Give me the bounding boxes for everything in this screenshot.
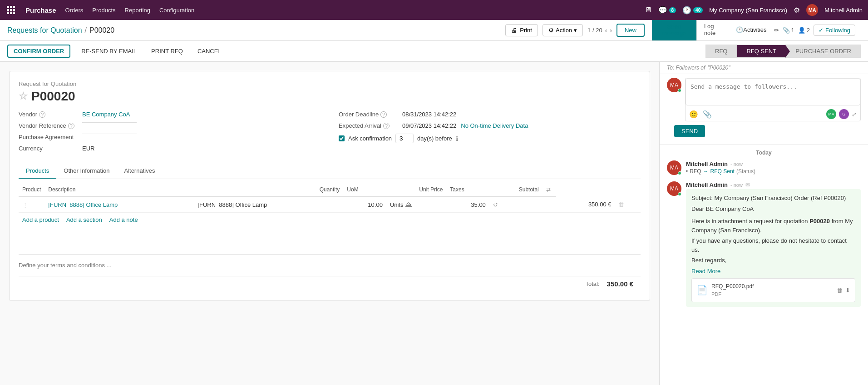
current-user-avatar: MA (667, 78, 681, 92)
on-time-delivery[interactable]: No On-time Delivery Data (461, 122, 528, 129)
product-name[interactable]: [FURN_8888] Office Lamp (44, 197, 194, 213)
print-button[interactable]: 🖨 Print (505, 24, 538, 36)
log-note-tab[interactable]: Log note (697, 20, 729, 40)
ask-confirmation-row: Ask confirmation day(s) before ℹ (339, 134, 641, 143)
download-attachment-icon[interactable]: ⬇ (845, 286, 850, 295)
nav-reporting[interactable]: Reporting (125, 7, 150, 14)
print-rfq-button[interactable]: PRINT RFQ (148, 45, 187, 57)
add-note-link[interactable]: Add a note (109, 216, 138, 223)
currency-label: Currency (19, 145, 82, 152)
expand-icon[interactable]: ⤢ (852, 111, 857, 118)
action-button[interactable]: ⚙ Action ▾ (542, 24, 583, 36)
vendor-ref-value[interactable] (82, 122, 137, 123)
msg2-subject: Subject: My Company (San Francisco) Orde… (691, 194, 855, 203)
breadcrumb-parent[interactable]: Requests for Quotation (7, 26, 82, 35)
product-quantity[interactable]: 10.00 (343, 197, 386, 213)
following-button[interactable]: ✓ Following (814, 25, 855, 36)
checkmark-icon: ✓ (819, 27, 824, 34)
order-deadline-value[interactable]: 08/31/2023 14:42:22 (402, 111, 456, 118)
add-product-link[interactable]: Add a product (22, 216, 59, 223)
nav-configuration[interactable]: Configuration (159, 7, 194, 14)
follower-avatar-1: MA (826, 109, 836, 119)
vendor-ref-help-icon[interactable]: ? (68, 123, 74, 129)
paperclip-icon-btn[interactable]: 📎 1 (783, 27, 794, 34)
svg-rect-3 (7, 9, 9, 11)
ask-confirmation-days[interactable] (395, 134, 414, 143)
order-deadline-help-icon[interactable]: ? (380, 111, 387, 118)
order-deadline-field: Order Deadline ? 08/31/2023 14:42:22 (339, 111, 641, 118)
col-actions: ⇄ (542, 183, 556, 197)
confirm-order-button[interactable]: CONFIRM ORDER (7, 45, 70, 58)
msg2-bubble: Subject: My Company (San Francisco) Orde… (686, 189, 861, 307)
new-button[interactable]: New (616, 24, 645, 37)
vendor-value[interactable]: BE Company CoA (82, 111, 130, 118)
send-button[interactable]: SEND (674, 125, 705, 137)
info-icon[interactable]: ℹ (456, 135, 458, 142)
ask-confirmation-checkbox[interactable] (339, 135, 345, 141)
products-tab[interactable]: Products (19, 164, 56, 179)
attachment-row: 📄 RFQ_P00020.pdf PDF 🗑 ⬇ (691, 278, 855, 302)
status-arrow: → (703, 168, 709, 175)
chat-header-icons: ✏ 📎 1 👤 2 ✓ Following (774, 25, 861, 36)
nav-orders[interactable]: Orders (65, 7, 84, 14)
breadcrumb-current: P00020 (89, 26, 114, 35)
msg1-header: Mitchell Admin - now (686, 160, 861, 167)
activities-tab[interactable]: 🕐 Activities (729, 20, 774, 40)
add-section-link[interactable]: Add a section (66, 216, 102, 223)
terms-input[interactable] (19, 258, 641, 272)
alternatives-tab[interactable]: Alternatives (117, 164, 162, 179)
breadcrumb: Requests for Quotation / P00020 (7, 26, 114, 35)
product-unit-price[interactable]: 35.00 (446, 197, 489, 213)
chat-icon[interactable]: 💬 8 (658, 6, 676, 15)
product-uom: Units ⛰ (386, 197, 446, 213)
msg1-avatar: MA (667, 160, 681, 175)
product-taxes (542, 197, 556, 213)
attach-icon[interactable]: 📎 (703, 110, 712, 119)
people-icon-btn[interactable]: 👤 2 (798, 27, 810, 34)
purchase-agreement-value[interactable] (82, 134, 137, 134)
prev-button[interactable]: ‹ (605, 27, 607, 34)
message-input[interactable] (686, 78, 860, 105)
expected-arrival-field: Expected Arrival ? 09/07/2023 14:42:22 N… (339, 122, 641, 129)
msg2-header: Mitchell Admin - now ✉ (686, 181, 861, 188)
support-icon[interactable]: 🖥 (645, 6, 652, 14)
delete-attachment-icon[interactable]: 🗑 (837, 286, 843, 295)
expected-arrival-help-icon[interactable]: ? (383, 123, 390, 129)
form-fields: Vendor ? BE Company CoA Vendor Reference… (19, 111, 641, 156)
user-avatar[interactable]: MA (806, 4, 818, 16)
emoji-icon[interactable]: 🙂 (689, 110, 698, 119)
currency-value[interactable]: EUR (82, 145, 94, 152)
vendor-ref-label: Vendor Reference ? (19, 122, 82, 129)
columns-icon[interactable]: ⇄ (546, 186, 551, 193)
apps-icon[interactable] (5, 5, 16, 15)
activity-icon[interactable]: 🕐 40 (682, 6, 703, 15)
pdf-icon: 📄 (696, 283, 708, 297)
clock-icon: 🕐 (736, 26, 743, 33)
msg2-body3: If you have any questions, please do not… (691, 236, 855, 254)
attachment-actions: 🗑 ⬇ (837, 286, 850, 295)
status-bar: RFQ RFQ SENT PURCHASE ORDER (705, 45, 861, 58)
send-message-tab[interactable]: Send message (652, 20, 697, 40)
star-icon[interactable]: ☆ (19, 90, 28, 102)
next-button[interactable]: › (610, 27, 612, 34)
form-tabs: Products Other Information Alternatives (19, 164, 641, 179)
other-info-tab[interactable]: Other Information (56, 164, 117, 179)
product-price-reset[interactable]: ↺ (489, 197, 542, 213)
pencil-icon-btn[interactable]: ✏ (774, 27, 779, 34)
right-panel: To: Followers of "P00020" MA 🙂 📎 (659, 62, 868, 385)
total-row: Total: 350.00 € (19, 276, 641, 291)
cancel-button[interactable]: CANCEL (194, 45, 225, 57)
delete-row-icon[interactable]: 🗑 (615, 197, 641, 213)
expected-arrival-value[interactable]: 09/07/2023 14:42:22 (402, 122, 456, 129)
settings-icon[interactable]: ⚙ (794, 6, 800, 15)
terms-section (19, 254, 641, 276)
nav-products[interactable]: Products (92, 7, 115, 14)
vendor-help-icon[interactable]: ? (39, 111, 45, 118)
status-rfq: RFQ (705, 45, 737, 58)
chevron-down-icon: ▾ (574, 27, 577, 34)
resend-email-button[interactable]: RE-SEND BY EMAIL (78, 45, 140, 57)
secondary-navigation: Requests for Quotation / P00020 🖨 Print … (0, 20, 868, 41)
printer-icon: 🖨 (511, 27, 517, 34)
col-product: Product (19, 183, 44, 197)
read-more-link[interactable]: Read More (691, 268, 720, 275)
